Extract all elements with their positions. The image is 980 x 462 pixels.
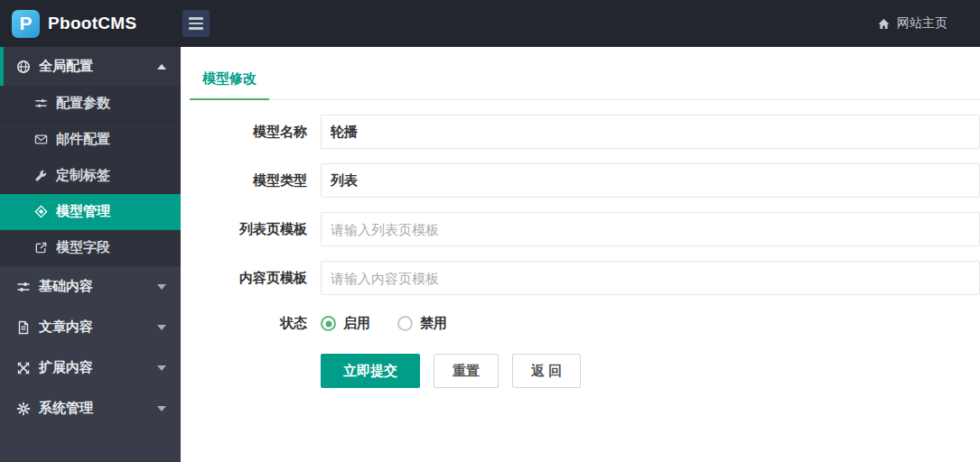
back-button[interactable]: 返 回 xyxy=(512,354,581,388)
sliders-icon xyxy=(34,97,48,110)
sidebar-item-system-manage[interactable]: 系统管理 xyxy=(0,388,181,429)
pbootcms-admin-window: P PbootCMS 网站主页 全局配置 xyxy=(0,0,980,462)
radio-checked-icon xyxy=(321,316,336,331)
sidebar-item-label: 全局配置 xyxy=(39,58,93,75)
pbootcms-logo-icon: P xyxy=(12,10,40,38)
model-name-input[interactable] xyxy=(321,115,980,149)
brand-area[interactable]: P PbootCMS xyxy=(0,10,181,38)
sidebar-item-model-fields[interactable]: 模型字段 xyxy=(0,230,181,266)
model-type-input[interactable] xyxy=(321,163,980,198)
site-home-label: 网站主页 xyxy=(897,15,947,32)
main-layout: 全局配置 配置参数 xyxy=(0,47,980,462)
sidebar-item-basic-content[interactable]: 基础内容 xyxy=(0,266,181,307)
radio-enable[interactable]: 启用 xyxy=(321,315,370,332)
document-icon xyxy=(16,320,31,335)
home-icon xyxy=(877,17,891,31)
topbar: P PbootCMS 网站主页 xyxy=(0,0,980,47)
sidebar-item-extend-content[interactable]: 扩展内容 xyxy=(0,347,181,388)
wrench-icon xyxy=(34,169,48,182)
radio-disable[interactable]: 禁用 xyxy=(397,315,447,332)
radio-disable-label: 禁用 xyxy=(420,315,447,332)
sidebar-item-label: 文章内容 xyxy=(39,319,93,336)
sidebar-collapse-button[interactable] xyxy=(182,10,210,37)
sidebar-item-global-config[interactable]: 全局配置 xyxy=(0,47,181,86)
sidebar-item-label: 模型管理 xyxy=(56,203,110,220)
status-label: 状态 xyxy=(190,315,321,332)
sidebar-item-label: 模型字段 xyxy=(56,239,110,256)
global-config-submenu: 配置参数 邮件配置 定制标签 xyxy=(0,86,181,266)
model-edit-form: 模型名称 模型类型 列表页模板 内容页模板 状态 xyxy=(190,115,980,388)
sidebar-item-label: 定制标签 xyxy=(56,167,110,184)
sidebar-nav: 全局配置 配置参数 xyxy=(0,47,181,462)
content-template-input[interactable] xyxy=(321,261,980,295)
form-row: 内容页模板 xyxy=(190,261,980,295)
sidebar-item-label: 邮件配置 xyxy=(56,131,110,148)
list-template-label: 列表页模板 xyxy=(190,221,321,238)
sidebar-item-label: 系统管理 xyxy=(39,400,93,417)
active-accent-strip xyxy=(0,47,4,86)
caret-down-icon xyxy=(157,284,166,290)
hamburger-menu-icon xyxy=(189,27,203,30)
sidebar-item-label: 配置参数 xyxy=(56,95,110,112)
tab-bar: 模型修改 xyxy=(190,70,980,100)
expand-arrows-icon xyxy=(16,361,31,375)
hamburger-menu-icon xyxy=(189,17,203,20)
sidebar-item-model-manage[interactable]: 模型管理 xyxy=(0,194,181,230)
submit-button[interactable]: 立即提交 xyxy=(321,354,420,388)
globe-icon xyxy=(16,60,31,74)
radio-enable-label: 启用 xyxy=(343,315,370,332)
list-template-input[interactable] xyxy=(321,212,980,246)
button-row: 立即提交 重置 返 回 xyxy=(190,354,980,388)
hamburger-menu-icon xyxy=(189,23,203,25)
form-row: 模型名称 xyxy=(190,115,980,149)
sliders-icon xyxy=(16,280,31,294)
model-name-label: 模型名称 xyxy=(190,124,321,141)
caret-up-icon xyxy=(157,64,166,69)
form-row: 模型类型 xyxy=(190,163,980,198)
tab-model-edit[interactable]: 模型修改 xyxy=(190,70,269,100)
mail-icon xyxy=(34,133,48,146)
site-home-link[interactable]: 网站主页 xyxy=(877,15,980,32)
sidebar-item-label: 扩展内容 xyxy=(39,359,93,376)
brand-name: PbootCMS xyxy=(48,14,136,33)
radio-unchecked-icon xyxy=(397,316,413,331)
content-template-label: 内容页模板 xyxy=(190,270,321,287)
caret-down-icon xyxy=(157,365,166,371)
external-link-icon xyxy=(34,241,48,254)
gear-icon xyxy=(16,402,31,416)
sidebar-item-article-content[interactable]: 文章内容 xyxy=(0,307,181,347)
sidebar-item-mail-config[interactable]: 邮件配置 xyxy=(0,122,181,158)
main-content: 模型修改 模型名称 模型类型 列表页模板 内容页模板 xyxy=(181,47,980,462)
model-type-label: 模型类型 xyxy=(190,172,321,189)
sidebar-item-custom-tags[interactable]: 定制标签 xyxy=(0,158,181,194)
reset-button[interactable]: 重置 xyxy=(434,354,499,388)
caret-down-icon xyxy=(157,325,166,330)
sidebar-item-config-params[interactable]: 配置参数 xyxy=(0,86,181,122)
radio-dot xyxy=(325,320,331,327)
form-row: 列表页模板 xyxy=(190,212,980,246)
cube-icon xyxy=(34,205,48,218)
caret-down-icon xyxy=(157,406,166,411)
sidebar-item-label: 基础内容 xyxy=(39,278,93,295)
status-row: 状态 启用 禁用 xyxy=(190,315,980,332)
